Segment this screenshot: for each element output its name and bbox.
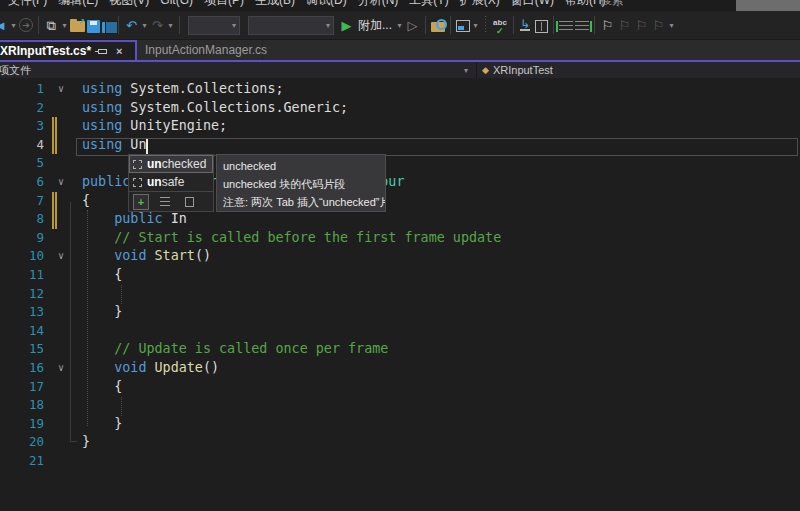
find-in-files-icon[interactable] <box>431 22 445 32</box>
toolbar-separator <box>513 16 514 34</box>
line-number: 2 <box>0 99 44 118</box>
menu-item[interactable]: 分析(N) <box>358 0 399 9</box>
code-line: 11 { <box>0 266 800 285</box>
bookmark-clear-icon[interactable]: ⚐ <box>651 17 666 34</box>
redo-caret[interactable]: ▾ <box>167 21 174 30</box>
pin-icon[interactable] <box>98 49 107 54</box>
search-box[interactable]: 搜索 <box>600 0 624 9</box>
code-text: public In <box>82 210 187 229</box>
menu-item[interactable]: 生成(B) <box>255 0 295 9</box>
menu-item[interactable]: 工具(T) <box>409 0 448 9</box>
menu-bar: 文件(F)编辑(E)视图(V)Git(G)项目(P)生成(B)调试(D)分析(N… <box>0 0 800 11</box>
navigate-backward-caret[interactable]: ▾ <box>10 21 17 30</box>
code-line: 3using UnityEngine; <box>0 117 800 136</box>
menu-item[interactable]: 调试(D) <box>306 0 347 9</box>
code-text: } <box>82 415 122 434</box>
completion-item[interactable]: unchecked <box>129 155 213 173</box>
code-editor[interactable]: 1∨using System.Collections;2using System… <box>0 78 800 511</box>
save-all-icon[interactable] <box>102 22 113 33</box>
indent-increase-icon[interactable] <box>575 21 589 33</box>
start-without-debug-icon[interactable]: ▷ <box>405 17 420 34</box>
change-margin <box>44 229 52 248</box>
line-number: 5 <box>0 154 44 173</box>
new-item-caret[interactable]: ▾ <box>61 21 68 30</box>
structure-guide-line <box>70 202 71 442</box>
change-margin <box>44 173 52 192</box>
toolbar-separator <box>450 16 451 34</box>
project-dropdown[interactable]: 杂项文件 ▾ <box>0 62 477 78</box>
indent-guide <box>121 397 122 416</box>
fold-margin <box>52 452 70 471</box>
fold-chevron-icon[interactable]: ∨ <box>52 173 70 192</box>
account-button[interactable] <box>736 0 800 11</box>
redo-icon[interactable]: ↷ <box>150 17 165 34</box>
code-line: 8 public In <box>0 210 800 229</box>
attach-label[interactable]: 附加... <box>356 17 394 34</box>
menu-item[interactable]: 项目(P) <box>204 0 244 9</box>
indent-decrease-icon[interactable] <box>559 21 573 33</box>
code-text: { <box>82 266 122 285</box>
bookmarks-caret[interactable]: ▾ <box>668 21 675 30</box>
line-number: 21 <box>0 452 44 471</box>
bookmark-prev-icon[interactable]: ⚐ <box>617 17 632 34</box>
save-icon[interactable] <box>87 20 100 33</box>
line-number: 1 <box>0 80 44 99</box>
change-margin <box>44 247 52 266</box>
menu-item[interactable]: 视图(V) <box>109 0 149 9</box>
fold-chevron-icon[interactable]: ∨ <box>52 359 70 378</box>
new-item-icon[interactable]: ⧉ <box>44 17 59 34</box>
tab-inputactionmanager[interactable]: InputActionManager.cs <box>137 40 263 60</box>
snippet-icon <box>133 178 142 187</box>
window-search-caret[interactable]: ▾ <box>472 21 479 30</box>
fold-chevron-icon[interactable]: ∨ <box>52 247 70 266</box>
menu-item[interactable]: Git(G) <box>160 0 193 9</box>
fold-chevron-icon[interactable]: ∨ <box>52 80 70 99</box>
snippet-filter-button[interactable]: + <box>133 194 149 210</box>
type-dropdown[interactable]: ◆ XRInputTest <box>477 62 800 78</box>
line-number: 14 <box>0 322 44 341</box>
completion-item[interactable]: unsafe <box>129 173 213 191</box>
window-search-icon[interactable] <box>456 20 470 32</box>
code-line: 19 } <box>0 415 800 434</box>
code-line: 10∨ void Start() <box>0 247 800 266</box>
code-line: 1∨using System.Collections; <box>0 80 800 99</box>
change-margin <box>44 322 52 341</box>
spell-check-icon[interactable]: abc <box>492 18 508 33</box>
navigate-forward-icon[interactable]: ➔ <box>19 18 33 32</box>
navigate-cursor-icon[interactable] <box>519 18 533 32</box>
start-debug-icon[interactable]: ▶ <box>339 17 354 34</box>
tooltip-line: 注意: 两次 Tab 插入“unchecked”片段。 <box>223 193 379 211</box>
code-text: // Update is called once per frame <box>82 340 388 359</box>
call-hierarchy-icon[interactable] <box>535 20 548 33</box>
fold-margin <box>52 285 70 304</box>
fold-margin <box>52 433 70 452</box>
code-line: 7{ <box>0 192 800 211</box>
undo-caret[interactable]: ▾ <box>141 21 148 30</box>
open-file-icon[interactable] <box>70 21 85 32</box>
bookmark-toggle-icon[interactable]: ⚐ <box>600 17 615 34</box>
line-number: 7 <box>0 192 44 211</box>
menu-item[interactable]: 文件(F) <box>8 0 47 9</box>
bookmark-next-icon[interactable]: ⚐ <box>634 17 649 34</box>
tab-xrinputtest[interactable]: XRInputTest.cs* × <box>0 40 137 60</box>
keyword-filter-button[interactable] <box>157 194 173 210</box>
class-icon: ◆ <box>482 65 489 75</box>
line-number: 16 <box>0 359 44 378</box>
type-name-label: XRInputTest <box>493 64 553 76</box>
menu-item[interactable]: 窗口(W) <box>511 0 554 9</box>
platform-combo[interactable] <box>248 16 334 35</box>
configuration-combo[interactable] <box>188 16 240 35</box>
close-icon[interactable]: × <box>112 45 126 57</box>
code-text: using System.Collections.Generic; <box>82 99 348 118</box>
navigate-backward-icon[interactable]: ◄ <box>0 17 8 34</box>
snippet-only-filter-button-icon <box>185 197 194 207</box>
snippet-only-filter-button[interactable] <box>181 194 197 210</box>
menu-item[interactable]: 编辑(E) <box>58 0 98 9</box>
toolbar-separator <box>118 16 119 34</box>
fold-margin <box>52 396 70 415</box>
menu-item[interactable]: 扩展(X) <box>460 0 500 9</box>
code-text: using System.Collections; <box>82 80 284 99</box>
attach-caret[interactable]: ▾ <box>396 21 403 30</box>
undo-icon[interactable]: ↶ <box>124 17 139 34</box>
change-margin <box>44 396 52 415</box>
